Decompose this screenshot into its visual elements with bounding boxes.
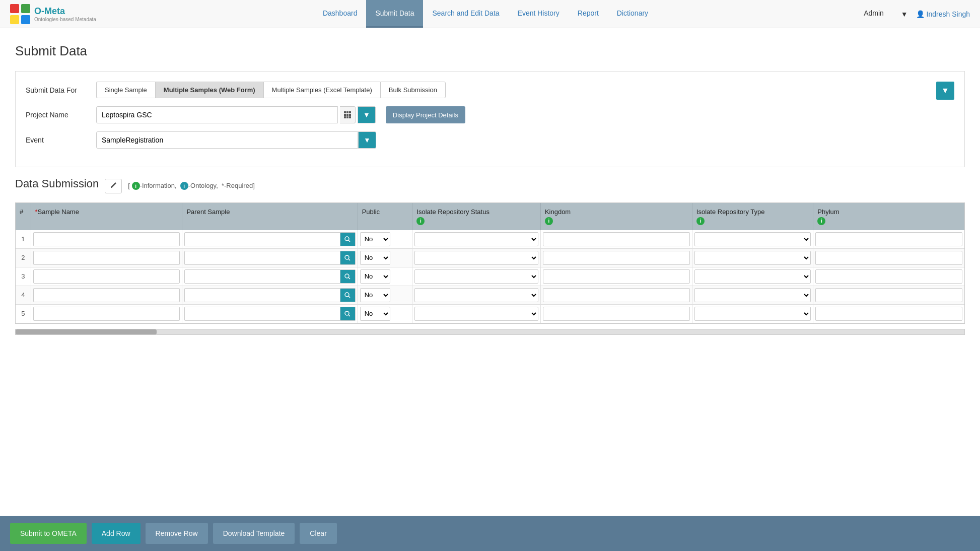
phylum-cell-1 [813, 230, 964, 249]
kingdom-cell-2 [540, 248, 692, 267]
tab-multiple-web[interactable]: Multiple Samples (Web Form) [155, 82, 263, 98]
nav-dictionary[interactable]: Dictionary [608, 0, 657, 28]
event-dropdown-btn[interactable]: ▼ [358, 131, 376, 149]
table-header-row: # *Sample Name Parent Sample Public Isol… [16, 203, 964, 230]
sample-name-input-4[interactable] [33, 288, 180, 302]
phylum-input-3[interactable] [815, 269, 962, 284]
phylum-cell-2 [813, 248, 964, 267]
public-select-3[interactable]: No Yes [360, 269, 390, 284]
phylum-cell-4 [813, 286, 964, 304]
isolate-repo-type-select-3[interactable] [694, 269, 811, 284]
svg-rect-9 [349, 114, 351, 116]
search-icon [344, 236, 351, 242]
parent-sample-input-1[interactable] [184, 232, 340, 246]
isolate-repo-status-select-4[interactable] [414, 288, 538, 302]
isolate-repo-type-cell-4 [692, 286, 813, 304]
parent-sample-search-btn-4[interactable] [340, 288, 356, 302]
public-cell-2: No Yes [358, 248, 412, 267]
phylum-input-4[interactable] [815, 288, 962, 302]
isolate-repo-type-select-2[interactable] [694, 251, 811, 265]
sample-name-cell-1 [31, 230, 182, 249]
nav-user[interactable]: 👤 Indresh Singh [916, 10, 970, 18]
search-icon [344, 273, 351, 280]
sample-name-input-5[interactable] [33, 307, 180, 321]
brand: O-Meta Ontologies-based Metadata [10, 4, 96, 24]
svg-point-15 [345, 255, 349, 259]
isolate-repo-type-select-5[interactable] [694, 307, 811, 321]
kingdom-input-2[interactable] [543, 251, 690, 265]
project-name-dropdown-btn[interactable]: ▼ [358, 106, 376, 123]
event-select[interactable]: SampleRegistration [96, 131, 358, 149]
tab-single-sample[interactable]: Single Sample [96, 82, 155, 98]
parent-sample-input-4[interactable] [184, 288, 340, 302]
nav-submit-data[interactable]: Submit Data [366, 0, 423, 28]
sample-name-input-1[interactable] [33, 232, 180, 246]
parent-sample-search-btn-5[interactable] [340, 307, 356, 321]
public-select-4[interactable]: No Yes [360, 288, 390, 302]
edit-icon-btn[interactable] [105, 179, 122, 193]
tab-bulk[interactable]: Bulk Submission [380, 82, 446, 98]
parent-sample-search-btn-3[interactable] [340, 269, 356, 284]
isolate-repo-status-select-1[interactable] [414, 232, 538, 246]
horizontal-scrollbar[interactable] [15, 329, 965, 335]
col-parent-sample: Parent Sample [182, 203, 358, 230]
public-select-1[interactable]: No Yes [360, 232, 390, 246]
row-num-4: 4 [16, 286, 31, 304]
svg-rect-11 [346, 116, 348, 118]
brand-subtitle: Ontologies-based Metadata [34, 17, 96, 22]
isolate-repo-status-select-3[interactable] [414, 269, 538, 284]
submit-tabs: Submit Data For Single Sample Multiple S… [26, 82, 936, 98]
svg-rect-5 [346, 111, 348, 113]
nav-event-history[interactable]: Event History [509, 0, 569, 28]
parent-sample-search-btn-2[interactable] [340, 251, 356, 265]
svg-line-22 [348, 315, 350, 316]
sample-name-cell-5 [31, 304, 182, 323]
parent-sample-cell-5 [182, 304, 358, 323]
project-name-grid-btn[interactable] [340, 106, 356, 123]
sample-name-cell-3 [31, 267, 182, 286]
col-num: # [16, 203, 31, 230]
collapse-button[interactable]: ▼ [936, 82, 954, 100]
isolate-repo-type-icon: i [696, 217, 705, 225]
isolate-repo-type-select-4[interactable] [694, 288, 811, 302]
isolate-repo-type-cell-1 [692, 230, 813, 249]
kingdom-input-1[interactable] [543, 232, 690, 246]
isolate-repo-status-select-5[interactable] [414, 307, 538, 321]
parent-sample-input-2[interactable] [184, 251, 340, 265]
form-section: ▼ Submit Data For Single Sample Multiple… [15, 71, 965, 167]
sample-name-input-3[interactable] [33, 269, 180, 284]
nav-report[interactable]: Report [569, 0, 608, 28]
phylum-input-2[interactable] [815, 251, 962, 265]
parent-sample-cell-4 [182, 286, 358, 304]
isolate-repo-status-select-2[interactable] [414, 251, 538, 265]
edit-icon [109, 181, 117, 189]
phylum-cell-5 [813, 304, 964, 323]
svg-rect-1 [21, 4, 30, 13]
isolate-repo-status-cell-4 [412, 286, 541, 304]
kingdom-input-5[interactable] [543, 307, 690, 321]
kingdom-input-3[interactable] [543, 269, 690, 284]
sample-name-input-2[interactable] [33, 251, 180, 265]
page-title: Submit Data [15, 43, 965, 59]
display-project-btn[interactable]: Display Project Details [386, 106, 465, 123]
kingdom-icon: i [545, 217, 553, 225]
phylum-input-5[interactable] [815, 307, 962, 321]
nav-dashboard[interactable]: Dashboard [314, 0, 367, 28]
nav-search-edit[interactable]: Search and Edit Data [423, 0, 508, 28]
isolate-repo-type-select-1[interactable] [694, 232, 811, 246]
nav-admin[interactable]: Admin [855, 0, 893, 28]
data-submission-section: Data Submission [ i-Information, i-Ontol… [15, 177, 965, 335]
tab-multiple-excel[interactable]: Multiple Samples (Excel Template) [263, 82, 380, 98]
public-select-5[interactable]: No Yes [360, 307, 390, 321]
project-name-input[interactable] [96, 106, 338, 123]
phylum-input-1[interactable] [815, 232, 962, 246]
parent-sample-input-3[interactable] [184, 269, 340, 284]
kingdom-input-4[interactable] [543, 288, 690, 302]
svg-rect-3 [21, 15, 30, 24]
public-select-2[interactable]: No Yes [360, 251, 390, 265]
svg-rect-4 [344, 111, 346, 113]
parent-sample-input-5[interactable] [184, 307, 340, 321]
svg-rect-10 [344, 116, 346, 118]
table-row: 3 No Yes [16, 267, 964, 286]
parent-sample-search-btn-1[interactable] [340, 232, 356, 246]
